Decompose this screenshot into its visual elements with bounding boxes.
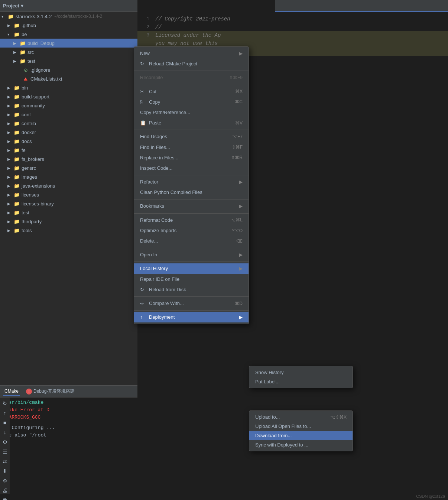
toolbar-icon-print[interactable]: 🖨 [1, 487, 9, 493]
tree-item-be[interactable]: ▾ 📁 be [0, 30, 137, 39]
submenu-item-sync-deployed[interactable]: Sync with Deployed to ... [249, 440, 353, 449]
menu-item-refactor[interactable]: Refactor ▶ [134, 177, 249, 187]
menu-item-label: Clean Python Compiled Files [140, 189, 243, 196]
menu-item-deployment[interactable]: ↑ Deployment ▶ [134, 312, 249, 322]
tab-cmake[interactable]: CMake [3, 387, 20, 396]
menu-item-label: Find in Files... [140, 144, 223, 151]
menu-item-reload-cmake[interactable]: ↻ Reload CMake Project [134, 59, 249, 69]
project-header: Project ▾ [0, 0, 137, 12]
toolbar-icon-sync[interactable]: ⇄ [1, 458, 9, 464]
toolbar-icon-trash[interactable]: 🗑 [1, 497, 9, 500]
tree-item-community[interactable]: ▶ 📁 community [0, 101, 137, 110]
compare-icon: ⇔ [140, 301, 147, 307]
bookmarks-arrow: ▶ [239, 203, 243, 210]
tree-item-fs-brokers[interactable]: ▶ 📁 fs_brokers [0, 155, 137, 163]
submenu-item-put-label[interactable]: Put Label... [249, 377, 353, 386]
test-root-icon: 📁 [13, 209, 20, 216]
menu-item-reformat[interactable]: Reformat Code ⌥⌘L [134, 215, 249, 225]
java-ext-icon: 📁 [13, 182, 20, 189]
menu-item-paste[interactable]: 📋 Paste ⌘V [134, 118, 249, 128]
menu-item-label: Compare With... [149, 300, 226, 307]
tree-item-label: licenses [22, 192, 39, 198]
tree-item-gitignore[interactable]: ▶ ⊘ .gitignore [0, 65, 137, 74]
tree-item-build-debug[interactable]: ▶ 📁 build_Debug [0, 39, 137, 48]
toolbar-icon-stop[interactable]: ■ [1, 420, 9, 426]
menu-arrow-right: ▶ [239, 51, 243, 57]
menu-item-clean-python[interactable]: Clean Python Compiled Files [134, 187, 249, 198]
tree-root[interactable]: ▾ 📁 starrocks-3.1.4-2 ~/code/starrocks-3… [0, 12, 137, 21]
tree-item-docker[interactable]: ▶ 📁 docker [0, 128, 137, 137]
tree-item-bin[interactable]: ▶ 📁 bin [0, 83, 137, 92]
menu-item-inspect[interactable]: Inspect Code... [134, 163, 249, 173]
menu-item-find-files[interactable]: Find in Files... ⇧⌘F [134, 142, 249, 153]
submenu-item-upload-all[interactable]: Upload All Open Files to... [249, 422, 353, 431]
tree-item-tools[interactable]: ▶ 📁 tools [0, 226, 137, 235]
editor-tab-bar [275, 0, 448, 12]
tree-item-build-support[interactable]: ▶ 📁 build-support [0, 92, 137, 101]
menu-item-replace-files[interactable]: Replace in Files... ⇧⌘R [134, 153, 249, 163]
menu-item-label: Local History [140, 265, 236, 272]
toolbar-icon-reload[interactable]: ↻ [1, 400, 9, 406]
menu-item-optimize[interactable]: Optimize Imports ^⌥O [134, 225, 249, 236]
contrib-arrow: ▶ [7, 121, 13, 126]
licenses-arrow: ▶ [7, 193, 13, 197]
tree-item-gensrc[interactable]: ▶ 📁 gensrc [0, 163, 137, 172]
tree-item-conf[interactable]: ▶ 📁 conf [0, 110, 137, 119]
fe-arrow: ▶ [7, 148, 13, 152]
tree-item-test-be[interactable]: ▶ 📁 test [0, 56, 137, 65]
menu-item-copy-path[interactable]: Copy Path/Reference... [134, 107, 249, 118]
tab-debug[interactable]: ! Debug-开发环境搭建 [26, 388, 75, 395]
tree-item-contrib[interactable]: ▶ 📁 contrib [0, 119, 137, 128]
toolbar-icon-settings[interactable]: ⚙ [1, 439, 9, 445]
submenu-item-upload-to[interactable]: Upload to... ⌥⇧⌘X [249, 412, 353, 422]
menu-item-find-usages[interactable]: Find Usages ⌥F7 [134, 132, 249, 142]
toolbar-icon-download[interactable]: ⬇ [1, 468, 9, 474]
tree-item-thirdparty[interactable]: ▶ 📁 thirdparty [0, 217, 137, 226]
toolbar-icon-settings2[interactable]: ⚙ [1, 478, 9, 484]
toolbar-icon-list[interactable]: ☰ [1, 449, 9, 455]
menu-item-reload-disk[interactable]: ↻ Reload from Disk [134, 285, 249, 295]
tree-item-fe[interactable]: ▶ 📁 fe [0, 146, 137, 155]
tree-item-cmakelists[interactable]: ▶ 🔺 CMakeLists.txt [0, 74, 137, 83]
tree-item-label: java-extensions [22, 183, 55, 189]
bottom-content-area: /usr/bin/cmake CMake Error at D STARROCK… [0, 397, 137, 441]
separator-9 [134, 296, 249, 297]
menu-item-copy[interactable]: ⎘ Copy ⌘C [134, 97, 249, 107]
menu-item-local-history[interactable]: Local History ▶ [134, 263, 249, 274]
menu-item-cut[interactable]: ✂ Cut ⌘X [134, 87, 249, 97]
submenu-item-show-history[interactable]: Show History [249, 368, 353, 377]
tree-item-label: build-support [22, 94, 49, 100]
menu-item-delete[interactable]: Delete... ⌫ [134, 236, 249, 246]
root-folder-icon: 📁 [7, 13, 14, 20]
submenu-item-download-from[interactable]: Download from... [249, 431, 353, 440]
menu-item-compare[interactable]: ⇔ Compare With... ⌘D [134, 298, 249, 309]
paste-icon: 📋 [140, 120, 147, 126]
menu-shortcut: ⌥⌘L [230, 217, 243, 223]
tree-item-java-ext[interactable]: ▶ 📁 java-extensions [0, 181, 137, 190]
menu-item-open-in[interactable]: Open In ▶ [134, 250, 249, 260]
submenu-label: Upload All Open Files to... [255, 423, 311, 429]
menu-item-repair-ide[interactable]: Repair IDE on File [134, 274, 249, 285]
tree-item-github[interactable]: ▶ 📁 .github [0, 21, 137, 30]
tree-item-src[interactable]: ▶ 📁 src [0, 48, 137, 56]
images-arrow: ▶ [7, 175, 13, 179]
cmake-tab-label: CMake [4, 389, 19, 394]
separator-10 [134, 310, 249, 311]
menu-item-label: Repair IDE on File [140, 276, 243, 283]
menu-shortcut: ⇧⌘F9 [229, 75, 243, 81]
separator-5 [134, 199, 249, 199]
toolbar-icon-down[interactable]: ↓ [1, 429, 9, 435]
community-icon: 📁 [13, 102, 20, 109]
tree-item-docs[interactable]: ▶ 📁 docs [0, 137, 137, 146]
tree-item-images[interactable]: ▶ 📁 images [0, 172, 137, 181]
menu-item-label: Bookmarks [140, 203, 236, 210]
menu-item-bookmarks[interactable]: Bookmarks ▶ [134, 201, 249, 211]
tree-item-label: src [27, 49, 34, 55]
tree-item-label: community [22, 103, 45, 108]
tree-item-licenses[interactable]: ▶ 📁 licenses [0, 190, 137, 199]
toolbar-icon-up[interactable]: ↑ [1, 410, 9, 416]
tree-item-licenses-binary[interactable]: ▶ 📁 licenses-binary [0, 199, 137, 208]
tree-item-test-root[interactable]: ▶ 📁 test [0, 208, 137, 217]
build-line-1: /usr/bin/cmake [3, 399, 134, 406]
menu-item-new[interactable]: New ▶ [134, 48, 249, 59]
